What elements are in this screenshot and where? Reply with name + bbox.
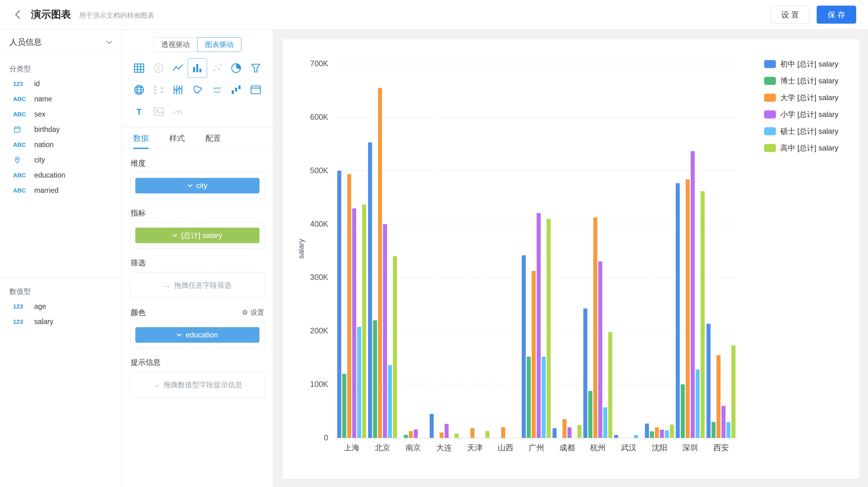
field-section-label: 数值型: [0, 287, 122, 296]
panel-body: 维度 city 指标 [总计] salary: [122, 158, 273, 398]
settings-button[interactable]: 设 置: [770, 6, 810, 24]
field-item-married[interactable]: ABCmarried: [0, 183, 122, 198]
legend-swatch: [764, 77, 776, 85]
chart-legend: 初中 [总计] salary博士 [总计] salary大学 [总计] sala…: [764, 59, 838, 153]
field-item-salary[interactable]: 123salary: [0, 314, 122, 329]
field-item-age[interactable]: 123age: [0, 299, 122, 314]
field-name: birthday: [34, 125, 60, 134]
bar: [368, 142, 372, 438]
svg-text:T: T: [136, 107, 142, 117]
scorecard-chart-icon: 8: [149, 58, 168, 78]
save-button[interactable]: 保 存: [817, 6, 856, 24]
bar: [541, 357, 546, 438]
legend-label: 博士 [总计] salary: [780, 76, 838, 86]
bar: [588, 391, 592, 438]
bar: [362, 205, 366, 438]
bar-group-成都: 成都: [552, 64, 582, 438]
bar: [691, 151, 695, 438]
text-chart-icon[interactable]: T: [129, 102, 149, 122]
filter-placeholder-text: 拖拽任意字段筛选: [174, 281, 231, 290]
color-settings-link[interactable]: ⚙ 设置: [242, 308, 264, 317]
bar-group-杭州: 杭州: [582, 64, 613, 438]
chart-type-picker: 8wordcloudT: [122, 55, 273, 127]
legend-item[interactable]: 硕士 [总计] salary: [764, 126, 838, 136]
field-item-education[interactable]: ABCeducation: [0, 168, 122, 183]
bar: [537, 213, 541, 438]
field-name: nation: [34, 140, 54, 149]
pie-chart-icon[interactable]: [226, 58, 246, 78]
field-item-birthday[interactable]: birthday: [0, 122, 122, 137]
tab-配置[interactable]: 配置: [205, 128, 221, 149]
funnel-chart-icon[interactable]: [246, 58, 266, 78]
svg-text:cloud: cloud: [214, 91, 220, 94]
bar: [414, 429, 418, 438]
bar-chart-icon[interactable]: [188, 58, 207, 78]
field-sections: 分类型123idABCnameABCsexbirthdayABCnationci…: [0, 64, 122, 329]
mode-tab-chart[interactable]: 图表驱动: [197, 37, 241, 52]
waterfall-chart-icon[interactable]: [226, 80, 246, 100]
bar: [342, 374, 346, 438]
legend-swatch: [764, 94, 776, 102]
field-item-id[interactable]: 123id: [0, 76, 122, 91]
field-item-sex[interactable]: ABCsex: [0, 107, 122, 122]
legend-item[interactable]: 博士 [总计] salary: [764, 76, 838, 86]
tab-数据[interactable]: 数据: [133, 128, 149, 149]
color-pill-education[interactable]: education: [135, 327, 259, 343]
plot-area: 上海北京南京大连天津山西广州成都杭州武汉沈阳深圳西安: [336, 64, 736, 438]
y-tick-label: 500K: [283, 166, 328, 175]
field-item-name[interactable]: ABCname: [0, 91, 122, 107]
bar: [645, 424, 649, 438]
field-name: married: [34, 186, 59, 195]
field-name: education: [34, 171, 65, 180]
chevron-left-icon: [12, 9, 24, 20]
table-chart-icon[interactable]: [129, 58, 149, 78]
color-dropzone[interactable]: education: [130, 322, 265, 348]
bar: [455, 433, 459, 438]
tooltip-dropzone[interactable]: → 拖拽数值型字段提示信息: [130, 371, 265, 398]
string-type-icon: ABC: [13, 187, 29, 194]
color-label: 颜色 ⚙ 设置: [131, 307, 264, 318]
wordcloud-chart-icon[interactable]: wordcloud: [207, 80, 226, 100]
bar-group-北京: 北京: [367, 64, 398, 438]
page-subtitle: 用于演示文档的样例图表: [79, 11, 154, 20]
field-name: age: [34, 302, 46, 311]
field-item-nation[interactable]: ABCnation: [0, 137, 122, 152]
legend-item[interactable]: 初中 [总计] salary: [764, 59, 838, 69]
color-settings-text: 设置: [250, 308, 264, 317]
map-chart-icon[interactable]: [188, 80, 207, 100]
mode-tab-pivot[interactable]: 透视驱动: [153, 37, 197, 52]
bar: [681, 384, 685, 438]
filter-dropzone[interactable]: → 拖拽任意字段筛选: [130, 272, 265, 298]
dimension-label: 维度: [131, 158, 264, 168]
metric-pill-salary[interactable]: [总计] salary: [135, 228, 259, 243]
bar: [593, 217, 597, 438]
dimension-dropzone[interactable]: city: [130, 172, 265, 199]
chevron-down-icon: [106, 37, 112, 47]
tab-样式[interactable]: 样式: [169, 128, 185, 149]
line-chart-icon[interactable]: [168, 58, 188, 78]
pill-label: [总计] salary: [181, 230, 222, 240]
field-item-city[interactable]: city: [0, 152, 122, 168]
back-button[interactable]: [12, 8, 24, 21]
legend-label: 大学 [总计] salary: [780, 93, 838, 103]
location-icon: [13, 156, 29, 164]
data-source-selector[interactable]: 人员信息: [0, 30, 122, 55]
radar-chart-icon[interactable]: [129, 80, 149, 100]
metric-dropzone[interactable]: [总计] salary: [130, 222, 265, 249]
parallel-chart-icon[interactable]: [168, 80, 188, 100]
bar: [686, 180, 690, 438]
field-name: city: [34, 156, 45, 164]
legend-item[interactable]: 大学 [总计] salary: [764, 93, 838, 103]
gear-icon: ⚙: [242, 309, 248, 317]
legend-swatch: [764, 110, 776, 119]
legend-item[interactable]: 小学 [总计] salary: [764, 109, 838, 120]
iframe-chart-icon[interactable]: [246, 80, 266, 100]
dimension-pill-city[interactable]: city: [135, 178, 259, 193]
legend-label: 高中 [总计] salary: [780, 143, 838, 153]
bar: [655, 427, 659, 438]
filter-placeholder: → 拖拽任意字段筛选: [163, 281, 231, 290]
legend-item[interactable]: 高中 [总计] salary: [764, 143, 838, 153]
x-axis-label: 西安: [703, 443, 740, 453]
tooltip-label-text: 提示信息: [131, 357, 160, 367]
bar-groups: 上海北京南京大连天津山西广州成都杭州武汉沈阳深圳西安: [336, 64, 736, 438]
